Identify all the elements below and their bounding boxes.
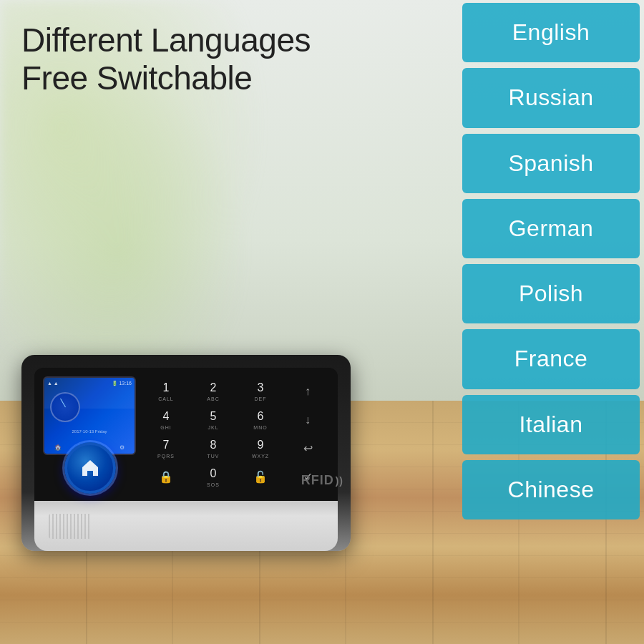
key-0[interactable]: 0SOS	[192, 465, 235, 489]
key-6[interactable]: 6MNO	[239, 408, 282, 432]
device-container: ▲ ▲ 🔋 13:16 2017-10-13 Friday 🏠 🔒 📞 ⚙ 1C…	[21, 355, 379, 551]
lcd-status-icons: ▲ ▲ 🔋 13:16	[47, 381, 132, 386]
key-↓[interactable]: ↓	[286, 408, 329, 432]
key-1[interactable]: 1CALL	[145, 379, 187, 404]
key-↑[interactable]: ↑	[286, 379, 329, 404]
key-8[interactable]: 8TUV	[192, 436, 235, 461]
lang-btn-spanish[interactable]: Spanish	[462, 134, 640, 193]
rfid-signal-icon: ))	[336, 475, 343, 487]
lang-btn-german[interactable]: German	[462, 199, 640, 258]
lang-btn-france[interactable]: France	[462, 329, 640, 389]
key-↩[interactable]: ↩	[286, 436, 329, 461]
speaker-grille	[49, 514, 92, 539]
lcd-clock	[50, 392, 80, 422]
key-🔓[interactable]: 🔓	[239, 465, 282, 489]
home-icon	[79, 457, 102, 479]
rfid-label: RFID))	[301, 473, 343, 488]
language-list: EnglishRussianSpanishGermanPolishFranceI…	[458, 0, 644, 522]
key-3[interactable]: 3DEF	[239, 379, 282, 404]
key-9[interactable]: 9WXYZ	[239, 436, 282, 461]
key-🔒[interactable]: 🔒	[145, 465, 187, 489]
header-section: Different Languages Free Switchable	[21, 21, 311, 97]
lang-btn-russian[interactable]: Russian	[462, 68, 640, 127]
lang-btn-polish[interactable]: Polish	[462, 264, 640, 323]
lang-btn-italian[interactable]: Italian	[462, 395, 640, 454]
key-5[interactable]: 5JKL	[192, 408, 235, 432]
lang-btn-english[interactable]: English	[462, 3, 640, 62]
lang-btn-chinese[interactable]: Chinese	[462, 460, 640, 519]
key-2[interactable]: 2ABC	[192, 379, 235, 404]
page-title: Different Languages Free Switchable	[21, 21, 311, 97]
key-7[interactable]: 7PQRS	[145, 436, 187, 461]
device-bottom-panel	[34, 501, 338, 551]
key-4[interactable]: 4GHI	[145, 408, 187, 432]
lcd-date: 2017-10-13 Friday	[47, 429, 132, 434]
home-button[interactable]	[64, 442, 116, 494]
